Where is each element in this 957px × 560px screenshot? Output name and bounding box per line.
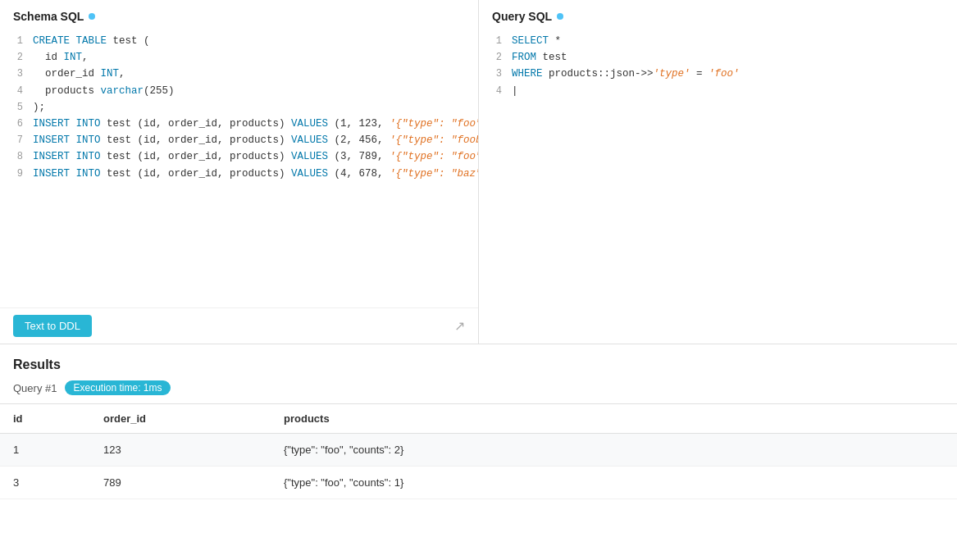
line-number: 7	[7, 133, 23, 148]
line-number: 4	[7, 84, 23, 99]
query-code-area[interactable]: 1SELECT *2FROM test3WHERE products::json…	[479, 30, 957, 344]
code-content: INSERT INTO test (id, order_id, products…	[33, 132, 478, 148]
line-number: 8	[7, 149, 23, 165]
line-number: 9	[7, 166, 23, 182]
code-line: 1CREATE TABLE test (	[7, 33, 465, 49]
code-line: 2FROM test	[485, 49, 944, 66]
line-number: 2	[7, 50, 23, 66]
schema-title: Schema SQL	[13, 10, 84, 23]
code-line: 5);	[7, 99, 465, 116]
code-content: INSERT INTO test (id, order_id, products…	[33, 116, 478, 132]
col-header-products: products	[271, 404, 957, 434]
expand-icon[interactable]: ↗	[454, 318, 465, 334]
code-line: 8INSERT INTO test (id, order_id, product…	[7, 148, 465, 165]
line-number: 3	[485, 66, 502, 82]
text-to-ddl-button[interactable]: Text to DDL	[13, 315, 92, 337]
cell-order-id: 123	[90, 434, 271, 467]
query-title: Query SQL	[492, 10, 552, 23]
line-number: 4	[485, 84, 502, 99]
code-line: 7INSERT INTO test (id, order_id, product…	[7, 132, 465, 148]
schema-status-dot	[89, 13, 95, 20]
schema-code-area[interactable]: 1CREATE TABLE test (2 id INT,3 order_id …	[0, 30, 478, 307]
code-content: SELECT *	[512, 33, 561, 49]
query-panel: Query SQL 1SELECT *2FROM test3WHERE prod…	[479, 0, 957, 344]
code-line: 3WHERE products::json->>'type' = 'foo'	[485, 66, 944, 82]
code-content	[512, 83, 518, 99]
code-line: 1SELECT *	[485, 33, 944, 49]
code-line: 4	[485, 83, 944, 99]
results-table-head: id order_id products	[0, 404, 957, 434]
line-number: 2	[485, 50, 502, 66]
results-table-body: 1 123 {"type": "foo", "counts": 2} 3 789…	[0, 434, 957, 499]
line-number: 3	[7, 66, 23, 82]
code-content: id INT,	[33, 49, 89, 66]
cell-products: {"type": "foo", "counts": 2}	[271, 434, 957, 467]
line-number: 6	[7, 116, 23, 132]
code-content: INSERT INTO test (id, order_id, products…	[33, 166, 478, 182]
line-number: 5	[7, 100, 23, 116]
query-status-dot	[557, 13, 563, 20]
schema-panel-header: Schema SQL	[0, 0, 478, 30]
code-content: CREATE TABLE test (	[33, 33, 150, 49]
table-row: 1 123 {"type": "foo", "counts": 2}	[0, 434, 957, 467]
code-content: products varchar(255)	[33, 83, 175, 99]
code-line: 2 id INT,	[7, 49, 465, 66]
cell-order-id: 789	[90, 467, 271, 499]
code-content: order_id INT,	[33, 66, 125, 82]
execution-time-badge: Execution time: 1ms	[65, 380, 170, 395]
code-content: INSERT INTO test (id, order_id, products…	[33, 148, 478, 165]
line-number: 1	[485, 34, 502, 49]
line-number: 1	[7, 34, 23, 49]
code-line: 9INSERT INTO test (id, order_id, product…	[7, 166, 465, 182]
table-header-row: id order_id products	[0, 404, 957, 434]
code-line: 6INSERT INTO test (id, order_id, product…	[7, 116, 465, 132]
query-label: Query #1	[13, 382, 57, 394]
results-table: id order_id products 1 123 {"type": "foo…	[0, 403, 957, 499]
col-header-order-id: order_id	[90, 404, 271, 434]
schema-panel: Schema SQL 1CREATE TABLE test (2 id INT,…	[0, 0, 479, 344]
code-content: WHERE products::json->>'type' = 'foo'	[512, 66, 740, 82]
code-line: 4 products varchar(255)	[7, 83, 465, 99]
query-meta: Query #1 Execution time: 1ms	[0, 380, 957, 403]
results-title: Results	[0, 357, 957, 380]
col-header-id: id	[0, 404, 90, 434]
schema-bottom-bar: Text to DDL ↗	[0, 307, 478, 344]
code-content: );	[33, 99, 45, 116]
table-row: 3 789 {"type": "foo", "counts": 1}	[0, 467, 957, 499]
cell-id: 1	[0, 434, 90, 467]
results-section: Results Query #1 Execution time: 1ms id …	[0, 344, 957, 499]
code-content: FROM test	[512, 49, 567, 66]
cell-products: {"type": "foo", "counts": 1}	[271, 467, 957, 499]
cell-id: 3	[0, 467, 90, 499]
query-panel-header: Query SQL	[479, 0, 957, 30]
code-line: 3 order_id INT,	[7, 66, 465, 82]
